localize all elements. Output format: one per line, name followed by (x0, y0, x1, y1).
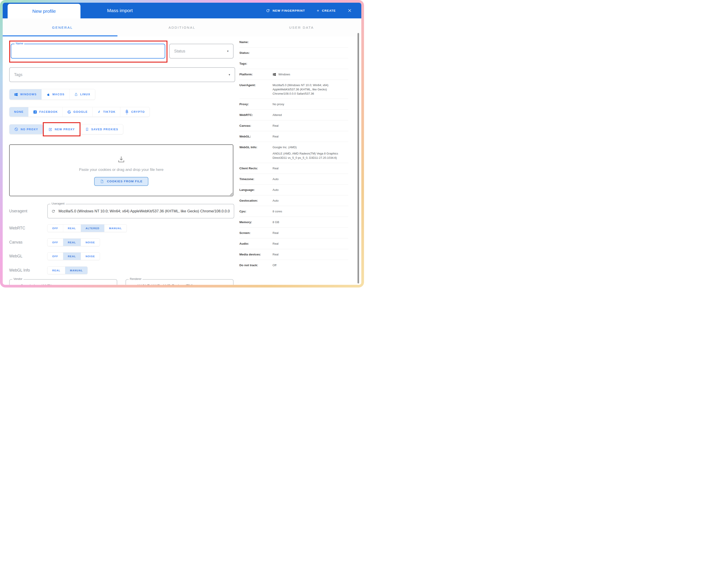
webgl-toggle-row: WebGLOFFREALNOISE (9, 252, 237, 260)
proxy-option-new-proxy[interactable]: NEW PROXY (44, 125, 80, 134)
cookies-drop-area[interactable]: Paste your cookies or drag and drop your… (9, 144, 233, 196)
webrtc-option-manual[interactable]: MANUAL (104, 225, 126, 232)
summary-row: WebGL:Real (240, 131, 348, 142)
summary-row: Name: (240, 37, 348, 47)
tab-user-data[interactable]: USER DATA (242, 19, 361, 36)
summary-value: Real (272, 231, 279, 235)
create-button[interactable]: + CREATE (317, 8, 336, 13)
dialog-body: Name Status ▼ Tags ▼ WINDOWSMACOSLINUX (3, 36, 361, 285)
summary-value: Real (272, 134, 279, 139)
canvas-toggle-row: CanvasOFFREALNOISE (9, 238, 237, 246)
profile-dialog: New profile Mass import NEW FINGERPRINT … (3, 3, 361, 285)
tags-select[interactable]: Tags ▼ (9, 67, 235, 82)
platform-option-tiktok[interactable]: TIKTOK (93, 107, 120, 116)
google-icon: G (68, 110, 71, 114)
summary-row: Geolocation:Auto (240, 195, 348, 206)
useragent-field-label: Useragent (50, 202, 66, 205)
webgl-option-off[interactable]: OFF (47, 252, 63, 260)
webgl-option-noise[interactable]: NOISE (81, 252, 100, 260)
summary-label: Tags: (240, 62, 272, 66)
os-option-linux[interactable]: LINUX (70, 89, 95, 100)
linux-icon (74, 92, 78, 97)
saved-proxies-icon (85, 127, 89, 131)
tab-general[interactable]: GENERAL (3, 19, 122, 36)
summary-label: WebGL: (240, 134, 272, 139)
summary-row: Status: (240, 47, 348, 58)
new-fingerprint-button[interactable]: NEW FINGERPRINT (266, 8, 305, 13)
refresh-icon[interactable] (51, 209, 56, 213)
tab-additional[interactable]: ADDITIONAL (122, 19, 242, 36)
summary-value: Real (272, 166, 279, 170)
dialog-header: New profile Mass import NEW FINGERPRINT … (3, 3, 361, 19)
resize-handle[interactable] (230, 193, 232, 195)
tab-new-profile[interactable]: New profile (8, 4, 80, 19)
proxy-option-saved-proxies[interactable]: SAVED PROXIES (80, 125, 123, 134)
summary-value: 8 GB (272, 220, 279, 224)
renderer-value: ANGLE (AMD, AMD Radeon(TM) (137, 284, 224, 285)
proxy-option-no-proxy[interactable]: NO PROXY (9, 125, 43, 134)
os-option-windows[interactable]: WINDOWS (9, 89, 42, 100)
webgl-info-option-real[interactable]: REAL (47, 267, 65, 274)
tags-placeholder: Tags (14, 72, 23, 77)
canvas-option-noise[interactable]: NOISE (81, 239, 100, 246)
renderer-select[interactable]: Renderer ANGLE (AMD, AMD Radeon(TM) ▼ (125, 279, 233, 285)
useragent-value: Mozilla/5.0 (Windows NT 10.0; Win64; x64… (59, 209, 230, 213)
summary-label: Canvas: (240, 124, 272, 128)
platform-option-crypto[interactable]: BCRYPTO (120, 107, 149, 116)
fingerprint-summary-panel: Name:Status:Tags:Platform:WindowsUserAge… (237, 36, 361, 285)
refresh-icon[interactable] (130, 284, 134, 285)
platform-option-none[interactable]: NONE (9, 107, 29, 116)
facebook-icon (33, 110, 37, 114)
webrtc-option-off[interactable]: OFF (47, 225, 63, 232)
useragent-input[interactable]: Useragent Mozilla/5.0 (Windows NT 10.0; … (47, 204, 234, 218)
summary-value: Mozilla/5.0 (Windows NT 10.0; Win64; x64… (272, 83, 348, 96)
summary-value: Off (272, 263, 276, 267)
chevron-down-icon: ▼ (227, 50, 229, 53)
crypto-icon: B (125, 110, 129, 114)
webrtc-option-real[interactable]: REAL (63, 225, 81, 232)
header-actions: NEW FINGERPRINT + CREATE (266, 3, 361, 19)
tab-mass-import-label: Mass import (107, 8, 133, 13)
refresh-icon[interactable] (13, 284, 17, 285)
summary-row: Cpu:8 cores (240, 206, 348, 217)
new-proxy-icon (48, 127, 52, 131)
toggle-row-label: WebGL (9, 254, 47, 259)
os-option-label: WINDOWS (20, 93, 37, 96)
summary-value: Auto (272, 177, 279, 181)
status-placeholder: Status (174, 49, 185, 54)
canvas-option-real[interactable]: REAL (63, 239, 81, 246)
tab-mass-import[interactable]: Mass import (80, 3, 159, 19)
active-tab-underline (3, 35, 117, 36)
tiktok-icon (97, 110, 101, 114)
webrtc-option-altered[interactable]: ALTERED (81, 225, 104, 232)
highlight-box-new-proxy: NEW PROXY (43, 122, 80, 136)
summary-value: Real (272, 241, 279, 246)
canvas-option-off[interactable]: OFF (47, 239, 63, 246)
summary-row: Timezone:Auto (240, 174, 348, 184)
summary-label: Client Rects: (240, 166, 272, 171)
platform-option-google[interactable]: GGOOGLE (63, 107, 93, 116)
close-button[interactable] (348, 8, 352, 13)
no-proxy-icon (14, 127, 19, 131)
os-option-label: LINUX (80, 93, 90, 96)
os-option-macos[interactable]: MACOS (42, 89, 70, 100)
platform-option-facebook[interactable]: FACEBOOK (29, 107, 63, 116)
cookies-drop-text: Paste your cookies or drag and drop your… (79, 168, 163, 172)
cookies-from-file-button[interactable]: COOKIES FROM FILE (94, 177, 148, 186)
vendor-select[interactable]: Vendor Google Inc. (AMD) ▼ (9, 279, 117, 285)
summary-row: Media devices:Real (240, 249, 348, 260)
summary-row: Do not track:Off (240, 260, 348, 270)
name-input[interactable]: Name (11, 44, 165, 59)
status-select[interactable]: Status ▼ (169, 44, 233, 59)
webgl-option-real[interactable]: REAL (63, 252, 81, 260)
webgl-info-option-manual[interactable]: MANUAL (65, 267, 87, 274)
webrtc-toggle-row: WebRTCOFFREALALTEREDMANUAL (9, 224, 237, 232)
screenshot-gradient-frame: New profile Mass import NEW FINGERPRINT … (0, 0, 364, 288)
summary-row: Tags: (240, 58, 348, 69)
apple-icon (46, 92, 50, 97)
scrollbar-thumb[interactable] (358, 33, 359, 283)
windows-icon (14, 93, 18, 96)
summary-value: Auto (272, 188, 279, 192)
summary-row: Client Rects:Real (240, 163, 348, 174)
summary-label: Media devices: (240, 252, 272, 257)
